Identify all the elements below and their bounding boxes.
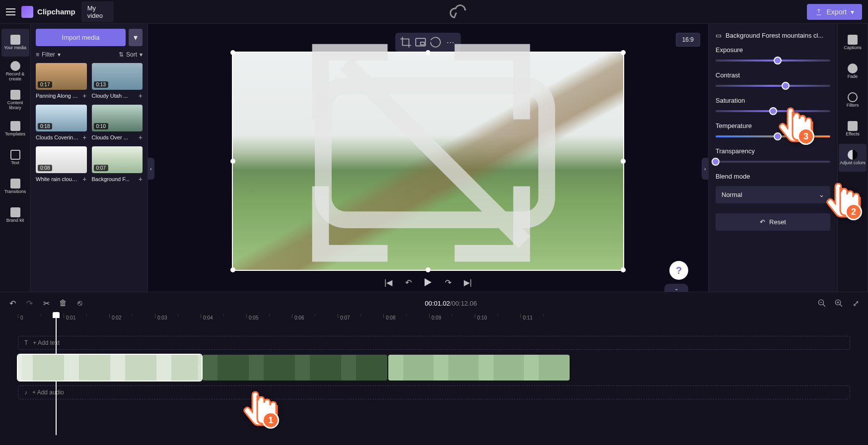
- timeline-ruler[interactable]: 00:010:020:030:040:050:060:070:080:090:1…: [18, 314, 850, 326]
- timeline-clip[interactable]: [388, 355, 570, 381]
- undo-button[interactable]: ↶: [8, 299, 17, 308]
- fade-icon: [848, 64, 858, 73]
- filters-icon: [848, 92, 858, 102]
- contrast-knob[interactable]: [782, 82, 790, 90]
- blend-mode-label: Blend mode: [716, 173, 830, 180]
- library-icon: [10, 90, 20, 100]
- sort-icon: ⇅: [119, 51, 124, 58]
- rail-record-create[interactable]: Record & create: [1, 58, 29, 85]
- add-audio-track[interactable]: ♪+ Add audio: [18, 385, 850, 399]
- rail-your-media[interactable]: Your media: [1, 29, 29, 57]
- video-title[interactable]: My video: [81, 1, 114, 22]
- transparency-slider[interactable]: [716, 161, 830, 163]
- selected-clip-name: ▭Background Forest mountains cl...: [716, 32, 825, 39]
- adjust-colors-icon: [848, 150, 858, 160]
- add-to-timeline-button[interactable]: +: [82, 175, 86, 183]
- brandkit-icon: [10, 207, 20, 217]
- trim-handle-left[interactable]: ‖: [18, 355, 22, 381]
- media-item[interactable]: 0:18Clouds Covering...+: [36, 105, 87, 141]
- logo-icon: [21, 6, 33, 18]
- export-button[interactable]: Export ▾: [807, 4, 862, 20]
- saturation-label: Saturation: [716, 97, 830, 104]
- reset-button[interactable]: ↶Reset: [716, 213, 830, 231]
- chevron-down-icon: ⌄: [819, 191, 824, 198]
- music-icon: ♪: [24, 389, 27, 396]
- rail-transitions[interactable]: Transitions: [1, 173, 29, 200]
- add-text-track[interactable]: T+ Add text: [18, 336, 850, 350]
- add-to-timeline-button[interactable]: +: [82, 92, 86, 100]
- logo-text: Clipchamp: [37, 7, 75, 16]
- sort-button[interactable]: ⇅Sort▾: [119, 51, 143, 58]
- saturation-slider[interactable]: [716, 110, 830, 112]
- temperature-knob[interactable]: [774, 132, 782, 140]
- rail-captions[interactable]: Captions: [839, 29, 867, 57]
- delete-button[interactable]: 🗑: [59, 299, 68, 308]
- timeline-clip[interactable]: ‖‖: [18, 355, 202, 381]
- chevron-down-icon: ▾: [851, 8, 854, 16]
- timecode: 00:01.02 / 00:12.06: [425, 300, 477, 307]
- rail-brand-kit[interactable]: Brand kit: [1, 201, 29, 229]
- temperature-slider[interactable]: [716, 135, 830, 137]
- add-to-timeline-button[interactable]: +: [82, 133, 86, 141]
- rail-adjust-colors[interactable]: Adjust colors: [839, 144, 867, 172]
- contrast-slider[interactable]: [716, 85, 830, 87]
- transparency-label: Transparency: [716, 147, 830, 155]
- help-button[interactable]: ?: [669, 261, 688, 280]
- media-item[interactable]: 0:07Background F...+: [92, 146, 143, 183]
- filter-icon: ≡: [36, 51, 39, 58]
- exposure-slider[interactable]: [716, 60, 830, 62]
- rail-fade[interactable]: Fade: [839, 58, 867, 85]
- timeline-clip[interactable]: [203, 355, 387, 381]
- zoom-in-button[interactable]: [834, 299, 843, 308]
- media-item[interactable]: 0:17Panning Along T...+: [36, 63, 87, 100]
- rail-text[interactable]: Text: [1, 144, 29, 172]
- upload-icon: [815, 8, 823, 16]
- captions-icon: [848, 35, 858, 45]
- media-item[interactable]: 0:10Clouds Over ...+: [92, 105, 143, 141]
- media-item[interactable]: 0:08White rain cloud...+: [36, 146, 87, 183]
- clip-icon: ▭: [716, 32, 722, 39]
- contrast-label: Contrast: [716, 71, 830, 79]
- transparency-knob[interactable]: [712, 158, 720, 166]
- rail-effects[interactable]: Effects: [839, 115, 867, 143]
- saturation-knob[interactable]: [769, 107, 777, 115]
- text-icon: [10, 150, 20, 160]
- zoom-out-button[interactable]: [817, 299, 826, 308]
- export-clip-button[interactable]: ⎋: [75, 299, 84, 308]
- trim-handle-right[interactable]: ‖: [198, 355, 202, 381]
- exposure-knob[interactable]: [774, 57, 782, 64]
- fullscreen-button[interactable]: [141, 19, 701, 287]
- import-media-button[interactable]: Import media: [36, 29, 126, 46]
- export-label: Export: [827, 8, 847, 16]
- chevron-down-icon: ▾: [58, 51, 61, 58]
- effects-icon: [848, 121, 858, 131]
- filter-button[interactable]: ≡Filter▾: [36, 51, 61, 58]
- logo[interactable]: Clipchamp: [21, 6, 75, 18]
- blend-mode-select[interactable]: Normal⌄: [716, 186, 830, 203]
- text-icon: T: [24, 339, 28, 346]
- import-media-chevron[interactable]: ▾: [129, 29, 143, 46]
- exposure-label: Exposure: [716, 46, 830, 54]
- rail-content-library[interactable]: Content library: [1, 86, 29, 114]
- record-icon: [10, 61, 20, 71]
- temperature-label: Temperature: [716, 122, 830, 129]
- rail-templates[interactable]: Templates: [1, 115, 29, 143]
- transitions-icon: [10, 179, 20, 189]
- split-button[interactable]: ✂: [42, 299, 51, 308]
- hamburger-menu[interactable]: [6, 6, 15, 18]
- media-icon: [10, 35, 20, 45]
- redo-button[interactable]: ↷: [25, 299, 34, 308]
- templates-icon: [10, 121, 20, 131]
- media-item[interactable]: 0:13Cloudy Utah ...+: [92, 63, 143, 100]
- zoom-fit-button[interactable]: ⤢: [851, 299, 860, 308]
- rail-filters[interactable]: Filters: [839, 86, 867, 114]
- undo-arrow-icon: ↶: [760, 218, 765, 226]
